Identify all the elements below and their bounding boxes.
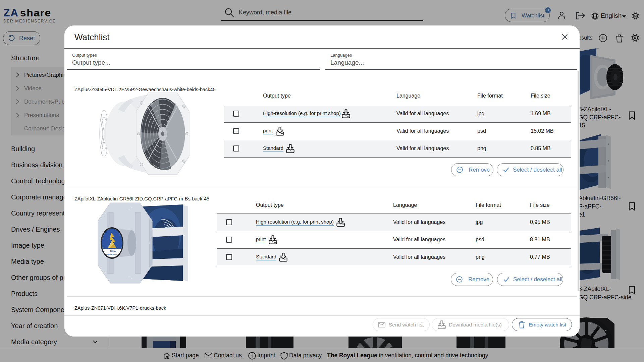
svg-text:ECblue: ECblue [110, 250, 116, 252]
svg-text:ZIEHL-ABEGG: ZIEHL-ABEGG [105, 253, 117, 255]
